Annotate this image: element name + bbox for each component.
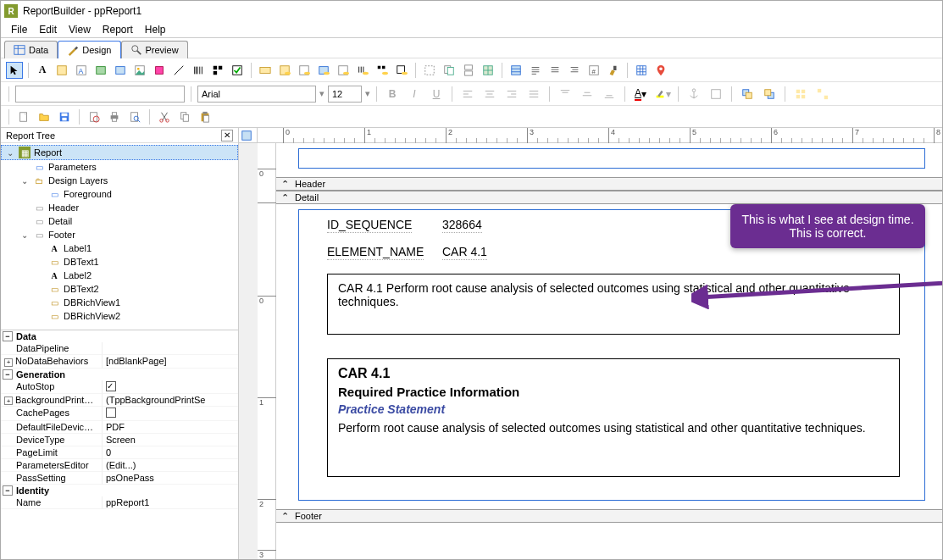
- prop-row[interactable]: NameppReport1: [1, 496, 238, 509]
- map-tool[interactable]: [652, 62, 669, 79]
- align-justify-button[interactable]: [524, 86, 543, 103]
- plus-icon[interactable]: +: [4, 358, 13, 367]
- prop-row[interactable]: ParametersEditor(Edit...): [1, 459, 238, 472]
- dbrichview2[interactable]: CAR 4.1 Required Practice Information Pr…: [327, 358, 900, 477]
- highlight-button[interactable]: ▾: [653, 86, 672, 103]
- detail-band-body[interactable]: ID_SEQUENCE 328664 ELEMENT_NAME CAR 4.1 …: [276, 204, 942, 509]
- header-band-body[interactable]: [276, 143, 942, 177]
- horizontal-ruler[interactable]: 012345678: [258, 128, 942, 143]
- prop-row[interactable]: DefaultFileDeviceTypePDF: [1, 421, 238, 434]
- dbrichview1[interactable]: CAR 4.1 Perform root cause analysis of s…: [327, 274, 900, 335]
- menu-view[interactable]: View: [64, 22, 96, 37]
- align-left-button[interactable]: [458, 86, 477, 103]
- minus-icon[interactable]: −: [3, 485, 13, 496]
- menu-help[interactable]: Help: [140, 22, 171, 37]
- pointer-tool[interactable]: [6, 62, 23, 79]
- tree-item[interactable]: ▭DBRichView2: [1, 309, 238, 323]
- minus-icon[interactable]: −: [3, 331, 13, 341]
- dbtext-element-name[interactable]: CAR 4.1: [442, 245, 487, 260]
- fontcolor-button[interactable]: A ▾: [631, 86, 650, 103]
- dbbarcode-tool[interactable]: [354, 62, 371, 79]
- pagenum-tool[interactable]: #: [585, 62, 602, 79]
- tab-design[interactable]: Design: [58, 41, 120, 58]
- sysvar-tool[interactable]: [92, 62, 109, 79]
- tree-item[interactable]: ⌄▭Footer: [1, 228, 238, 241]
- paste-button[interactable]: [197, 108, 214, 125]
- tree-item[interactable]: ALabel1: [1, 241, 238, 255]
- prop-category[interactable]: −Generation: [1, 369, 238, 380]
- tree-item[interactable]: ▭DBText2: [1, 282, 238, 296]
- tree-item[interactable]: ▭DBRichView1: [1, 296, 238, 309]
- label-tool[interactable]: A: [34, 62, 51, 79]
- close-panel-button[interactable]: ✕: [221, 130, 233, 141]
- bold-button[interactable]: B: [383, 86, 402, 103]
- pagebreak-tool[interactable]: [460, 62, 477, 79]
- paint-tool[interactable]: [605, 62, 622, 79]
- prop-category[interactable]: −Data: [1, 330, 238, 342]
- border-button[interactable]: [707, 86, 725, 103]
- collapse-icon[interactable]: ⌃: [281, 192, 290, 203]
- variable-tool[interactable]: [112, 62, 129, 79]
- expand-icon[interactable]: ⌄: [5, 148, 15, 158]
- prop-row[interactable]: CachePages: [1, 407, 238, 421]
- prop-row[interactable]: AutoStop: [1, 380, 238, 394]
- tree-root[interactable]: ⌄ ▦ Report: [1, 145, 238, 160]
- design-surface[interactable]: ⌃ Header ⌃ Detail ID_SEQUENCE 328664 ELE…: [276, 143, 942, 559]
- plus-icon[interactable]: +: [4, 396, 13, 405]
- region-tool[interactable]: [421, 62, 438, 79]
- menu-edit[interactable]: Edit: [34, 22, 62, 37]
- prop-row[interactable]: DeviceTypeScreen: [1, 434, 238, 446]
- bring-front-button[interactable]: [738, 86, 757, 103]
- grid-tool[interactable]: [633, 62, 650, 79]
- prop-category[interactable]: −Identity: [1, 485, 238, 496]
- dbrichtext-tool[interactable]: [296, 62, 313, 79]
- cut-button[interactable]: [156, 108, 173, 125]
- prop-row[interactable]: PassSettingpsOnePass: [1, 472, 238, 485]
- para3-tool[interactable]: [566, 62, 583, 79]
- object-combo[interactable]: [15, 86, 185, 103]
- dbmemo-tool[interactable]: [276, 62, 293, 79]
- tree-item[interactable]: ▭Header: [1, 201, 238, 214]
- minus-icon[interactable]: −: [3, 369, 13, 380]
- tree-item[interactable]: ▭Foreground: [1, 187, 238, 201]
- image-tool[interactable]: [131, 62, 148, 79]
- valign-middle-button[interactable]: [578, 86, 596, 103]
- collapse-icon[interactable]: ⌃: [281, 511, 290, 522]
- subreport-tool[interactable]: [441, 62, 458, 79]
- align-center-button[interactable]: [480, 86, 499, 103]
- expand-icon[interactable]: ⌄: [19, 176, 30, 186]
- open-button[interactable]: [36, 108, 53, 125]
- dbcalc-tool[interactable]: [315, 62, 332, 79]
- expand-icon[interactable]: ⌄: [19, 230, 30, 240]
- tree-item[interactable]: ALabel2: [1, 269, 238, 282]
- checkbox-icon[interactable]: [106, 408, 116, 418]
- tab-data[interactable]: Data: [4, 41, 58, 58]
- richtext-tool[interactable]: A: [73, 62, 90, 79]
- tree-item[interactable]: ⌄🗀Design Layers: [1, 174, 238, 187]
- qrcode-tool[interactable]: [209, 62, 226, 79]
- print-button[interactable]: [106, 108, 123, 125]
- label-element-name[interactable]: ELEMENT_NAME: [327, 245, 424, 260]
- font-combo[interactable]: [197, 86, 316, 103]
- table-tool[interactable]: [508, 62, 524, 79]
- dbtext-id-sequence[interactable]: 328664: [442, 218, 482, 233]
- memo-tool[interactable]: [53, 62, 70, 79]
- db2dcode-tool[interactable]: [374, 62, 391, 79]
- valign-top-button[interactable]: [556, 86, 574, 103]
- anchor-button[interactable]: [685, 86, 703, 103]
- menu-file[interactable]: File: [6, 22, 32, 37]
- report-tree[interactable]: ⌄ ▦ Report ▭Parameters⌄🗀Design Layers▭Fo…: [1, 143, 238, 330]
- vertical-ruler[interactable]: 00123: [258, 143, 276, 559]
- prop-row[interactable]: DataPipeline: [1, 342, 238, 355]
- ruler-toggle-icon[interactable]: [241, 130, 252, 141]
- line-tool[interactable]: [170, 62, 187, 79]
- tree-item[interactable]: ▭Detail: [1, 214, 238, 228]
- pagesetup-button[interactable]: [86, 108, 103, 125]
- send-back-button[interactable]: [760, 86, 779, 103]
- align-right-button[interactable]: [502, 86, 521, 103]
- fontsize-combo[interactable]: [328, 86, 362, 103]
- dbimage-tool[interactable]: [335, 62, 352, 79]
- tree-item[interactable]: ▭Parameters: [1, 160, 238, 174]
- checkbox-tool[interactable]: [229, 62, 246, 79]
- new-button[interactable]: [15, 108, 32, 125]
